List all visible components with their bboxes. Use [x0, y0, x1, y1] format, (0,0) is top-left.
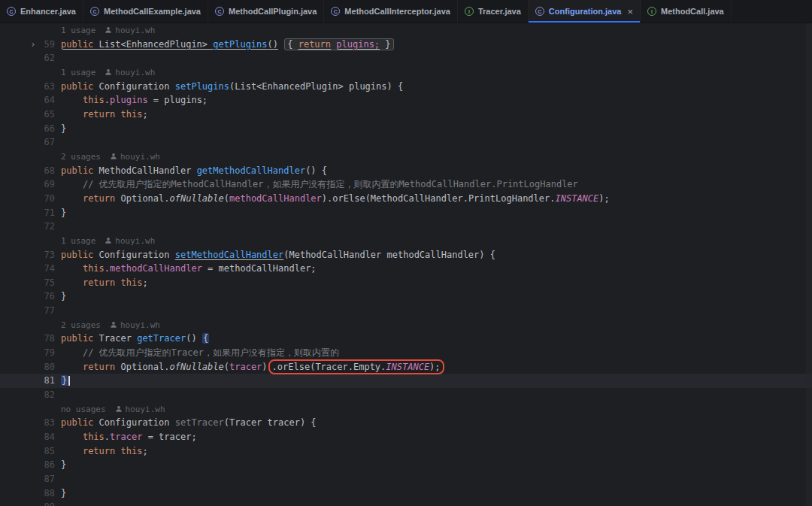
fold-arrow-icon[interactable]: ›	[30, 38, 36, 52]
usages-hint[interactable]: 2 usages	[61, 320, 101, 330]
code-row[interactable]: 64 this.plugins = plugins;	[0, 93, 812, 108]
code-row[interactable]: 77	[0, 304, 812, 318]
code-line: this.tracer = tracer;	[58, 430, 812, 444]
tab-label: Enhancer.java	[20, 7, 76, 16]
usages-hint[interactable]: 1 usage	[61, 26, 95, 35]
scrollbar-track[interactable]	[806, 23, 812, 506]
code-row[interactable]: 59›public List<EnhancedPlugin> getPlugin…	[0, 38, 812, 52]
tab-methodcallexample-java[interactable]: CMethodCallExample.java	[83, 0, 208, 23]
class-icon: C	[90, 7, 99, 16]
tab-label: MethodCall.java	[661, 7, 724, 16]
code-row[interactable]: 80 return Optional.ofNullable(tracer).or…	[0, 360, 812, 374]
code-row[interactable]: 81}	[0, 374, 812, 388]
code-line: public Configuration setPlugins(List<Enh…	[58, 80, 812, 94]
tab-label: MethodCallPlugin.java	[229, 7, 317, 16]
code-row[interactable]: 85 return this;	[0, 444, 812, 459]
code-row[interactable]: 72	[0, 220, 812, 234]
code-row[interactable]: 68public MethodCallHandler getMethodCall…	[0, 164, 812, 178]
code-row[interactable]: 65 return this;	[0, 108, 812, 122]
line-number: 63	[0, 80, 58, 94]
code-line	[58, 220, 812, 234]
line-number: 86	[0, 458, 58, 472]
code-row[interactable]: 71}	[0, 206, 812, 220]
code-line: return Optional.ofNullable(methodCallHan…	[58, 192, 812, 206]
inlay-row[interactable]: 1 usagehouyi.wh	[0, 23, 812, 38]
code-row[interactable]: 69 // 优先取用户指定的MethodCallHandler，如果用户没有指定…	[0, 177, 812, 192]
text-caret	[68, 376, 70, 386]
code-row[interactable]: 87	[0, 472, 812, 486]
annotation-box: .orElse(Tracer.Empty.INSTANCE);	[268, 359, 444, 374]
author-hint[interactable]: houyi.wh	[120, 320, 160, 330]
code-row[interactable]: 67	[0, 135, 812, 150]
code-line	[58, 500, 812, 506]
code-row[interactable]: 70 return Optional.ofNullable(methodCall…	[0, 192, 812, 206]
code-line: }	[58, 458, 812, 472]
author-icon	[105, 66, 112, 80]
code-row[interactable]: 78public Tracer getTracer() {	[0, 332, 812, 346]
tab-enhancer-java[interactable]: CEnhancer.java	[0, 0, 83, 23]
line-number: 78	[0, 332, 58, 346]
code-line: // 优先取用户指定的Tracer，如果用户没有指定，则取内置的	[58, 346, 812, 360]
line-number: 80	[0, 360, 58, 374]
code-row[interactable]: 63public Configuration setPlugins(List<E…	[0, 80, 812, 94]
line-number	[0, 234, 58, 248]
usages-hint[interactable]: 1 usage	[61, 68, 95, 77]
usages-hint[interactable]: no usages	[61, 404, 106, 414]
code-row[interactable]: 66}	[0, 122, 812, 136]
inlay-row[interactable]: 1 usagehouyi.wh	[0, 65, 812, 80]
code-row[interactable]: 74 this.methodCallHandler = methodCallHa…	[0, 262, 812, 276]
author-hint[interactable]: houyi.wh	[115, 236, 155, 246]
code-row[interactable]: 89	[0, 500, 812, 506]
code-line	[58, 472, 812, 486]
code-line: return this;	[58, 276, 812, 290]
close-tab-icon[interactable]: ×	[627, 7, 633, 17]
author-icon	[115, 403, 123, 417]
line-number	[0, 402, 58, 417]
tab-methodcallinterceptor-java[interactable]: CMethodCallInterceptor.java	[324, 0, 458, 23]
tab-configuration-java[interactable]: CConfiguration.java×	[529, 0, 641, 23]
code-line: }	[58, 289, 812, 304]
code-row[interactable]: 62	[0, 51, 812, 65]
class-icon: C	[535, 7, 544, 16]
code-line	[58, 51, 812, 65]
inlay-row[interactable]: no usageshouyi.wh	[0, 402, 812, 417]
code-row[interactable]: 79 // 优先取用户指定的Tracer，如果用户没有指定，则取内置的	[0, 346, 812, 360]
code-line: }	[58, 486, 812, 501]
code-vision-hint: 2 usageshouyi.wh	[58, 150, 812, 164]
code-line: return Optional.ofNullable(tracer).orEls…	[58, 360, 812, 374]
interface-icon: I	[465, 7, 474, 16]
line-number	[0, 318, 58, 332]
tab-tracer-java[interactable]: ITracer.java	[458, 0, 529, 23]
tab-methodcall-java[interactable]: IMethodCall.java	[641, 0, 732, 23]
code-row[interactable]: 86}	[0, 458, 812, 472]
code-row[interactable]: 75 return this;	[0, 276, 812, 290]
line-number: 67	[0, 135, 58, 150]
folded-code-region[interactable]: { return plugins; }	[284, 38, 393, 50]
editor[interactable]: 1 usagehouyi.wh59›public List<EnhancedPl…	[0, 23, 812, 506]
code-row[interactable]: 83public Configuration setTracer(Tracer …	[0, 416, 812, 430]
code-row[interactable]: 88}	[0, 486, 812, 501]
author-hint[interactable]: houyi.wh	[120, 152, 160, 162]
author-hint[interactable]: houyi.wh	[115, 68, 155, 77]
author-hint[interactable]: houyi.wh	[126, 404, 165, 414]
author-hint[interactable]: houyi.wh	[115, 26, 155, 35]
usages-hint[interactable]: 2 usages	[61, 152, 101, 162]
class-icon: C	[215, 7, 224, 16]
code-row[interactable]: 73public Configuration setMethodCallHand…	[0, 248, 812, 262]
usages-hint[interactable]: 1 usage	[61, 236, 95, 246]
code-row[interactable]: 82	[0, 388, 812, 402]
class-icon: C	[331, 7, 340, 16]
inlay-row[interactable]: 2 usageshouyi.wh	[0, 150, 812, 164]
line-number: 81	[0, 374, 58, 388]
line-number: 68	[0, 164, 58, 178]
code-line: public Configuration setTracer(Tracer tr…	[58, 416, 812, 430]
line-number: 66	[0, 122, 58, 136]
code-vision-hint: no usageshouyi.wh	[58, 402, 812, 417]
code-line: }	[58, 206, 812, 220]
tab-methodcallplugin-java[interactable]: CMethodCallPlugin.java	[208, 0, 324, 23]
code-row[interactable]: 76}	[0, 289, 812, 304]
inlay-row[interactable]: 2 usageshouyi.wh	[0, 318, 812, 332]
line-number: 82	[0, 388, 58, 402]
inlay-row[interactable]: 1 usagehouyi.wh	[0, 234, 812, 248]
code-row[interactable]: 84 this.tracer = tracer;	[0, 430, 812, 444]
